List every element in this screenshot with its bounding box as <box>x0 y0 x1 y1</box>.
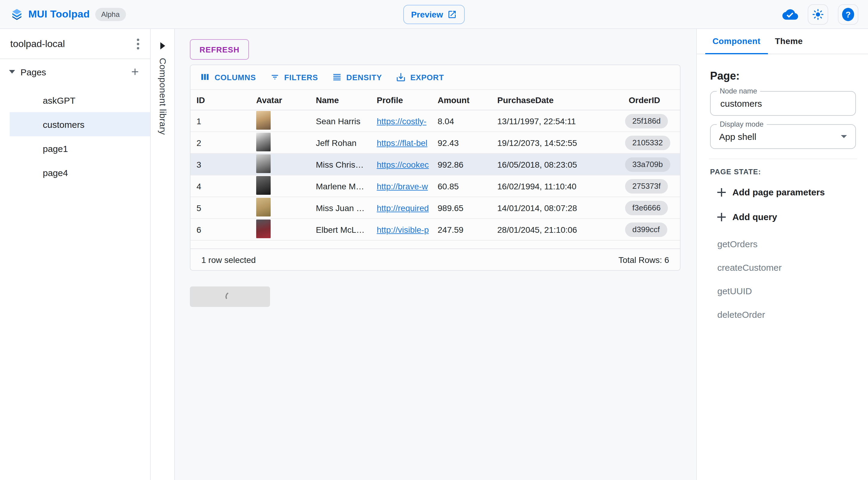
density-icon <box>331 72 342 83</box>
toolpad-logo-icon <box>11 8 23 20</box>
cell-id: 2 <box>190 138 250 147</box>
data-grid: COLUMNS FILTERS DENSITY <box>190 64 681 271</box>
chevron-down-icon[interactable] <box>9 70 15 73</box>
node-name-label: Node name <box>717 87 760 95</box>
column-header-amount[interactable]: Amount <box>432 95 491 104</box>
columns-button-label: COLUMNS <box>215 73 256 82</box>
preview-button-label: Preview <box>411 10 443 19</box>
column-header-avatar[interactable]: Avatar <box>250 95 310 104</box>
cell-amount: 92.43 <box>432 138 491 147</box>
explorer-sidebar: toolpad-local Pages askGPT customers pag… <box>0 29 151 480</box>
cell-purchase-date: 14/01/2014, 08:07:28 <box>491 203 623 213</box>
profile-link[interactable]: https://flat-bel <box>377 138 427 147</box>
cell-purchase-date: 19/12/2073, 14:52:55 <box>491 138 623 147</box>
refresh-button[interactable]: REFRESH <box>190 39 249 60</box>
cell-name: Jeff Rohan <box>310 138 371 147</box>
tab-theme[interactable]: Theme <box>768 29 810 54</box>
cell-name: Marlene M… <box>310 181 371 191</box>
profile-link[interactable]: http://visible-p <box>377 224 429 234</box>
avatar <box>256 132 271 151</box>
cell-id: 5 <box>190 203 250 213</box>
sidebar-item-askgpt[interactable]: askGPT <box>0 88 150 112</box>
cloud-synced-icon <box>782 7 798 22</box>
column-header-orderid[interactable]: OrderID <box>623 95 681 104</box>
columns-button[interactable]: COLUMNS <box>194 68 261 86</box>
profile-link[interactable]: http://required <box>377 203 429 213</box>
column-header-purchasedate[interactable]: PurchaseDate <box>491 95 623 104</box>
page-state-heading: PAGE STATE: <box>710 168 856 176</box>
display-mode-value: App shell <box>719 131 756 142</box>
column-header-profile[interactable]: Profile <box>371 95 432 104</box>
profile-link[interactable]: https://costly- <box>377 116 427 126</box>
page-item-label: page1 <box>43 143 68 153</box>
cell-amount: 60.85 <box>432 181 491 191</box>
add-page-parameters-label: Add page parameters <box>733 187 825 197</box>
loading-spinner-icon <box>224 291 236 302</box>
display-mode-select[interactable]: Display mode App shell <box>710 124 856 149</box>
inspector-tabs: Component Theme <box>697 29 868 54</box>
avatar <box>256 111 271 129</box>
table-row[interactable]: 4 Marlene M… http://brave-w 60.85 16/02/… <box>190 176 680 197</box>
cell-amount: 247.59 <box>432 224 491 234</box>
theme-toggle-button[interactable] <box>808 4 828 25</box>
cell-id: 3 <box>190 159 250 169</box>
project-name: toolpad-local <box>10 38 65 49</box>
avatar <box>256 154 271 173</box>
project-menu-button[interactable] <box>134 36 142 52</box>
density-button-label: DENSITY <box>346 73 382 82</box>
pages-section-label: Pages <box>21 67 128 77</box>
preview-button[interactable]: Preview <box>403 5 465 24</box>
node-name-input[interactable] <box>719 98 847 109</box>
cell-purchase-date: 13/11/1997, 22:54:11 <box>491 116 623 126</box>
sidebar-item-page1[interactable]: page1 <box>0 136 150 160</box>
node-name-field[interactable]: Node name <box>710 91 856 116</box>
cell-amount: 8.04 <box>432 116 491 126</box>
query-item-deleteorder[interactable]: deleteOrder <box>717 309 856 320</box>
avatar <box>256 176 271 194</box>
sidebar-item-customers[interactable]: customers <box>10 112 150 136</box>
cell-id: 1 <box>190 116 250 126</box>
component-library-panel[interactable]: Component library <box>151 29 175 480</box>
data-grid-header-row: ID Avatar Name Profile Amount PurchaseDa… <box>190 89 680 110</box>
table-row[interactable]: 1 Sean Harris https://costly- 8.04 13/11… <box>190 110 680 132</box>
table-row[interactable]: 5 Miss Juan … http://required 989.65 14/… <box>190 197 680 219</box>
query-item-createcustomer[interactable]: createCustomer <box>717 262 856 273</box>
cell-purchase-date: 28/01/2045, 21:10:06 <box>491 224 623 234</box>
export-button-label: EXPORT <box>410 73 444 82</box>
query-item-getorders[interactable]: getOrders <box>717 239 856 249</box>
chevron-right-icon <box>160 42 165 50</box>
filter-icon <box>269 72 280 83</box>
cell-name: Miss Juan … <box>310 203 371 213</box>
add-page-button[interactable] <box>128 65 142 79</box>
add-query-button[interactable]: Add query <box>717 212 856 222</box>
cell-name: Sean Harris <box>310 116 371 126</box>
order-id-chip: 2105332 <box>625 136 670 150</box>
loading-button[interactable] <box>190 287 270 307</box>
table-row-selected[interactable]: 3 Miss Chris… https://cookec 992.86 16/0… <box>190 154 680 176</box>
column-header-id[interactable]: ID <box>190 95 250 104</box>
cell-amount: 992.86 <box>432 159 491 169</box>
filters-button[interactable]: FILTERS <box>264 68 323 86</box>
open-in-new-icon <box>447 10 457 19</box>
query-item-getuuid[interactable]: getUUID <box>717 286 856 296</box>
cell-name: Elbert McL… <box>310 224 371 234</box>
cell-purchase-date: 16/05/2018, 08:23:05 <box>491 159 623 169</box>
profile-link[interactable]: https://cookec <box>377 159 429 169</box>
data-grid-toolbar: COLUMNS FILTERS DENSITY <box>190 65 680 89</box>
tab-component[interactable]: Component <box>705 29 768 54</box>
add-page-parameters-button[interactable]: Add page parameters <box>717 187 856 197</box>
help-button[interactable]: ? <box>838 4 858 25</box>
export-button[interactable]: EXPORT <box>390 68 450 86</box>
profile-link[interactable]: http://brave-w <box>377 181 428 191</box>
column-header-name[interactable]: Name <box>310 95 371 104</box>
table-row[interactable]: 6 Elbert McL… http://visible-p 247.59 28… <box>190 219 680 241</box>
table-row[interactable]: 2 Jeff Rohan https://flat-bel 92.43 19/1… <box>190 132 680 154</box>
density-button[interactable]: DENSITY <box>326 68 387 86</box>
cell-id: 4 <box>190 181 250 191</box>
order-id-chip: 275373f <box>625 179 668 193</box>
light-mode-icon <box>812 8 824 21</box>
sidebar-item-page4[interactable]: page4 <box>0 160 150 184</box>
filters-button-label: FILTERS <box>284 73 318 82</box>
refresh-button-label: REFRESH <box>199 45 240 54</box>
add-query-label: Add query <box>733 212 777 222</box>
